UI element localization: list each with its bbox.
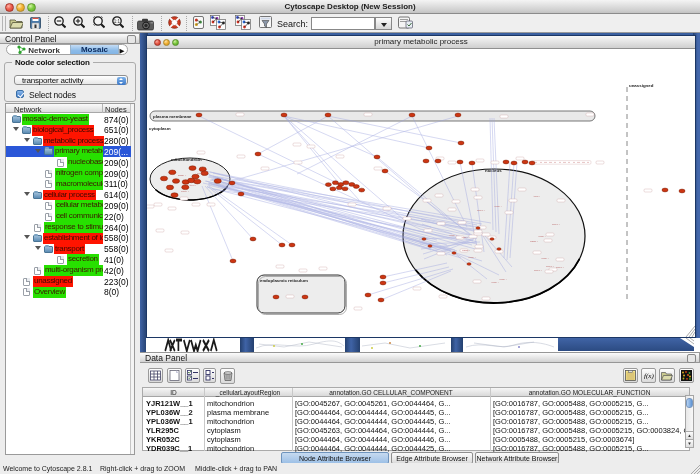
svg-text:f(x): f(x) — [644, 372, 654, 380]
svg-text:Msn2(-): Msn2(-) — [530, 240, 538, 242]
svg-text:1:1: 1:1 — [114, 19, 121, 24]
svg-text:Yap1(-): Yap1(-) — [538, 235, 546, 237]
svg-text:Yap1(-): Yap1(-) — [468, 256, 476, 258]
svg-text:Yap1(-): Yap1(-) — [491, 281, 499, 283]
svg-text:Gcn4(-): Gcn4(-) — [477, 209, 485, 211]
svg-text:Yap1(-): Yap1(-) — [449, 234, 457, 236]
svg-text:cytoplasm: cytoplasm — [149, 126, 171, 131]
svg-text:mitochondrion: mitochondrion — [171, 157, 202, 162]
svg-text:Atp4(-): Atp4(-) — [189, 184, 196, 186]
svg-text:Sdh3(-): Sdh3(-) — [178, 174, 186, 176]
svg-text:Cox9(-): Cox9(-) — [181, 190, 189, 192]
svg-text:endoplasmic reticulum: endoplasmic reticulum — [260, 278, 308, 283]
svg-text:plasma membrane: plasma membrane — [153, 114, 192, 119]
svg-text:Msn2(-): Msn2(-) — [462, 249, 470, 251]
svg-text:unassigned: unassigned — [629, 83, 654, 88]
svg-text:Gcn4(-): Gcn4(-) — [552, 223, 560, 225]
svg-text:Yap1(-): Yap1(-) — [494, 205, 502, 207]
svg-text:Gcn4(-): Gcn4(-) — [546, 265, 554, 267]
svg-text:Yap1(-): Yap1(-) — [541, 257, 549, 259]
svg-text:Gcn4(-): Gcn4(-) — [534, 269, 542, 271]
svg-text:Yap1(-): Yap1(-) — [499, 278, 507, 280]
svg-text:Abf1(-): Abf1(-) — [533, 195, 540, 197]
svg-text:Cyt1(-): Cyt1(-) — [197, 172, 204, 174]
svg-text:Rpn4(-): Rpn4(-) — [556, 266, 564, 268]
svg-text:Abf1(-): Abf1(-) — [461, 236, 468, 238]
